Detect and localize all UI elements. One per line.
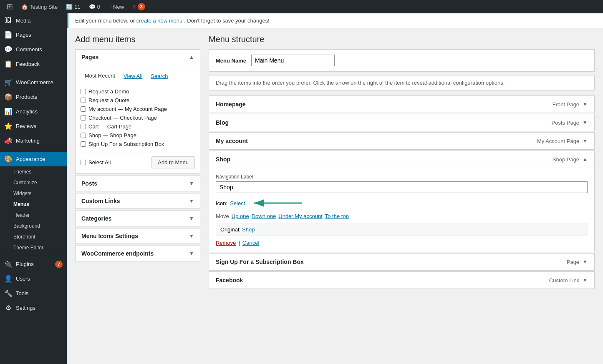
sidebar-item-reviews[interactable]: ⭐ Reviews <box>0 119 67 133</box>
menu-icons-accordion-header[interactable]: Menu Icons Settings ▼ <box>76 228 200 244</box>
custom-links-accordion-header[interactable]: Custom Links ▼ <box>76 193 200 208</box>
wp-logo-button[interactable]: ⊞ <box>3 0 16 13</box>
page-checkbox-1[interactable] <box>81 89 86 94</box>
sidebar-item-media[interactable]: 🖼 Media <box>0 13 67 28</box>
my-account-type: My Account Page <box>537 138 579 144</box>
analytics-icon: 📊 <box>4 108 13 115</box>
sidebar-item-marketing[interactable]: 📣 Marketing <box>0 133 67 148</box>
sidebar-item-woocommerce[interactable]: 🛒 WooCommerce <box>0 75 67 90</box>
yoast-button[interactable]: Y 3 <box>129 0 149 13</box>
yoast-icon: Y <box>132 4 136 10</box>
sidebar-sub-customize[interactable]: Customize <box>0 177 67 188</box>
sidebar-item-users[interactable]: 👤 Users <box>0 271 67 286</box>
menu-item-shop-header[interactable]: Shop Shop Page ▲ <box>209 151 594 168</box>
posts-accordion-header[interactable]: Posts ▼ <box>76 176 200 191</box>
green-arrow-indicator <box>250 197 304 209</box>
sidebar-sub-header[interactable]: Header <box>0 210 67 221</box>
sidebar-item-label: Media <box>16 18 30 24</box>
posts-section-label: Posts <box>81 180 97 187</box>
comments-button[interactable]: 💬 0 <box>86 0 103 13</box>
page-checkbox-6[interactable] <box>81 133 86 138</box>
add-menu-items-panel: Add menu items Pages ▲ Most Recent View … <box>75 35 200 263</box>
posts-accordion: Posts ▼ <box>75 176 200 191</box>
page-checkbox-4[interactable] <box>81 115 86 120</box>
tab-search[interactable]: Search <box>146 70 172 82</box>
move-to-top-link[interactable]: To the top <box>325 213 349 219</box>
subscription-box-title: Sign Up For a Subscription Box <box>216 259 304 265</box>
my-account-title: My account <box>216 138 248 144</box>
sidebar-item-pages[interactable]: 📄 Pages <box>0 28 67 42</box>
menu-item-subscription-box: Sign Up For a Subscription Box Page ▼ <box>209 253 595 271</box>
sidebar-sub-widgets[interactable]: Widgets <box>0 188 67 199</box>
categories-accordion-header[interactable]: Categories ▼ <box>76 211 200 226</box>
list-item: Request a Quote <box>81 96 195 105</box>
products-icon: 📦 <box>4 93 13 101</box>
move-up-one-link[interactable]: Up one <box>232 213 249 219</box>
sidebar-item-settings[interactable]: ⚙ Settings <box>0 301 67 315</box>
sidebar-sub-theme-editor[interactable]: Theme Editor <box>0 242 67 253</box>
facebook-chevron-down-icon: ▼ <box>583 277 588 283</box>
facebook-type: Custom Link <box>549 277 579 284</box>
sidebar-item-tools[interactable]: 🔧 Tools <box>0 286 67 301</box>
updates-button[interactable]: 🔄 11 <box>63 0 83 13</box>
sidebar-sub-background[interactable]: Background <box>0 221 67 231</box>
page-checkbox-5[interactable] <box>81 124 86 129</box>
sidebar-item-plugins[interactable]: 🔌 Plugins 7 <box>0 257 67 271</box>
tab-most-recent[interactable]: Most Recent <box>81 70 119 82</box>
add-to-menu-button[interactable]: Add to Menu <box>151 156 195 168</box>
notice-text2: . Don't forget to save your changes! <box>184 18 270 24</box>
icon-select-link[interactable]: Select <box>230 200 245 206</box>
remove-link[interactable]: Remove <box>216 240 236 246</box>
cancel-link[interactable]: Cancel <box>242 240 259 246</box>
sidebar-item-label: Pages <box>16 32 31 38</box>
shop-type-and-chevron: Shop Page ▲ <box>553 156 588 163</box>
menu-item-blog: Blog Posts Page ▼ <box>209 114 595 131</box>
original-shop-link[interactable]: Shop <box>242 226 255 233</box>
new-content-button[interactable]: + New <box>105 0 127 13</box>
move-down-one-link[interactable]: Down one <box>252 213 276 219</box>
pages-accordion-header[interactable]: Pages ▲ <box>76 50 200 65</box>
appearance-icon: 🎨 <box>4 155 13 163</box>
custom-links-accordion: Custom Links ▼ <box>75 193 200 209</box>
page-label-5: Cart — Cart Page <box>88 123 131 130</box>
updates-count: 11 <box>74 4 80 10</box>
menu-item-my-account-header[interactable]: My account My Account Page ▼ <box>209 133 594 149</box>
sidebar-item-comments[interactable]: 💬 Comments <box>0 42 67 57</box>
sidebar-item-products[interactable]: 📦 Products <box>0 90 67 104</box>
menu-name-input[interactable] <box>251 55 335 66</box>
blog-chevron-down-icon: ▼ <box>583 120 588 126</box>
page-checkbox-3[interactable] <box>81 106 86 112</box>
list-item: Checkout — Checkout Page <box>81 113 195 122</box>
menu-icons-label: Menu Icons Settings <box>81 233 138 239</box>
select-all-label[interactable]: Select All <box>81 159 111 166</box>
page-label-6: Shop — Shop Page <box>88 132 136 138</box>
page-checkbox-7[interactable] <box>81 141 86 147</box>
sidebar-sub-storefront[interactable]: Storefront <box>0 231 67 242</box>
site-name-button[interactable]: 🏠 Testing Site <box>18 0 61 13</box>
sidebar-item-analytics[interactable]: 📊 Analytics <box>0 104 67 119</box>
nav-label-input[interactable] <box>216 181 588 193</box>
sidebar-item-label: Reviews <box>16 123 36 129</box>
menu-item-subscription-box-header[interactable]: Sign Up For a Subscription Box Page ▼ <box>209 254 594 270</box>
tab-view-all[interactable]: View All <box>119 70 146 82</box>
page-checkbox-2[interactable] <box>81 98 86 103</box>
sidebar-item-appearance[interactable]: 🎨 Appearance <box>0 152 67 166</box>
menu-item-homepage-header[interactable]: Homepage Front Page ▼ <box>209 96 594 113</box>
woocommerce-endpoints-accordion: WooCommerce endpoints ▼ <box>75 246 200 261</box>
menu-item-blog-header[interactable]: Blog Posts Page ▼ <box>209 114 594 131</box>
move-under-my-account-link[interactable]: Under My account <box>278 213 323 219</box>
menu-name-row: Menu Name <box>209 49 595 72</box>
sidebar-sub-menus[interactable]: Menus <box>0 199 67 210</box>
create-menu-link[interactable]: create a new menu <box>136 18 183 24</box>
page-label-3: My account — My Account Page <box>88 106 167 112</box>
menu-item-facebook-header[interactable]: Facebook Custom Link ▼ <box>209 272 594 289</box>
sidebar-item-feedback[interactable]: 📋 Feedback <box>0 57 67 71</box>
sidebar-item-label: Appearance <box>16 156 45 162</box>
notice-text: Edit your menu below, or <box>75 18 136 24</box>
sidebar-item-label: Analytics <box>16 108 38 115</box>
site-name-label: Testing Site <box>30 4 58 10</box>
sidebar-sub-themes[interactable]: Themes <box>0 166 67 177</box>
home-icon: 🏠 <box>21 4 28 10</box>
select-all-checkbox[interactable] <box>81 160 86 165</box>
woocommerce-endpoints-accordion-header[interactable]: WooCommerce endpoints ▼ <box>76 246 200 261</box>
